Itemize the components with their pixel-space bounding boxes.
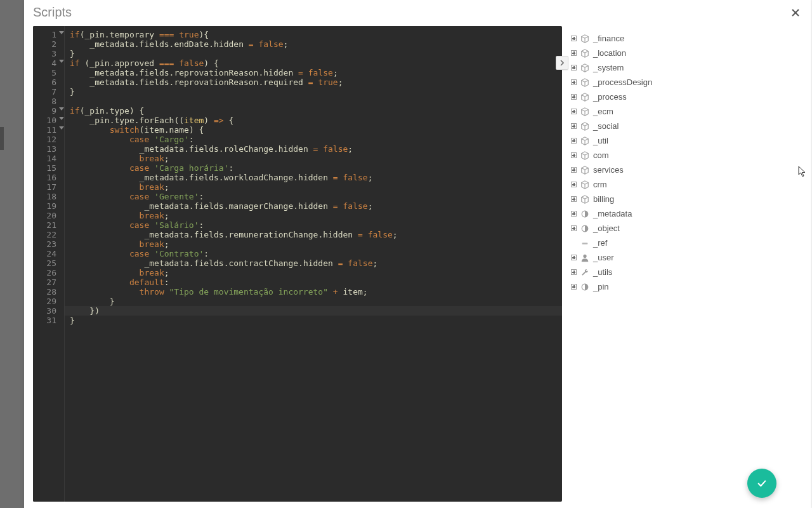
expand-icon[interactable] [571, 123, 577, 129]
expand-icon[interactable] [571, 167, 577, 173]
line-number: 31 [33, 316, 59, 325]
expand-icon[interactable] [571, 269, 577, 275]
code-line[interactable]: case 'Contrato': [69, 249, 562, 258]
code-line[interactable]: _metadata.fields.reprovationReason.requi… [69, 77, 562, 87]
line-number: 2 [33, 39, 59, 49]
fold-icon[interactable] [59, 107, 64, 110]
code-line[interactable]: _metadata.fields.workloadChange.hidden =… [69, 173, 562, 182]
tree-node[interactable]: _ref [571, 236, 797, 250]
tree-node[interactable]: com [571, 148, 797, 163]
tree-node[interactable]: crm [571, 177, 797, 192]
tree-node[interactable]: _ecm [571, 104, 797, 119]
line-number: 23 [33, 239, 59, 249]
expand-icon[interactable] [571, 284, 577, 290]
line-number: 6 [33, 77, 59, 87]
confirm-button[interactable] [747, 469, 776, 498]
code-line[interactable]: break; [69, 239, 562, 249]
code-line[interactable]: if(_pin.type) { [69, 106, 562, 116]
scripts-panel: Scripts 12345678910111213141516171819202… [24, 0, 811, 508]
code-line[interactable]: break; [69, 211, 562, 220]
code-line[interactable]: } [69, 316, 562, 325]
expand-icon[interactable] [571, 109, 577, 114]
code-line[interactable]: _metadata.fields.managerChange.hidden = … [69, 201, 562, 211]
code-line[interactable]: throw "Tipo de movimentação incorreto" +… [69, 287, 562, 297]
tree-node[interactable]: _metadata [571, 206, 797, 221]
expand-icon[interactable] [571, 211, 577, 217]
line-number: 8 [33, 97, 59, 106]
cube-icon [580, 93, 589, 102]
line-number: 15 [33, 163, 59, 173]
expand-icon[interactable] [571, 182, 577, 187]
code-line[interactable]: case 'Salário': [69, 220, 562, 230]
expand-icon[interactable] [571, 152, 577, 158]
tree-node[interactable]: _location [571, 46, 797, 60]
fold-icon[interactable] [59, 126, 64, 130]
code-line[interactable]: break; [69, 268, 562, 277]
code-line[interactable]: } [69, 297, 562, 306]
variables-tree[interactable]: _finance_location_system_processDesign_p… [562, 26, 802, 502]
line-number: 1 [33, 30, 59, 39]
svg-point-3 [583, 254, 586, 257]
tree-node[interactable]: _social [571, 119, 797, 133]
expand-icon[interactable] [571, 36, 577, 41]
line-number: 3 [33, 49, 59, 58]
cube-icon [580, 64, 589, 72]
tree-node[interactable]: _pin [571, 279, 797, 294]
code-line[interactable]: _metadata.fields.roleChange.hidden = fal… [69, 144, 562, 154]
fold-icon[interactable] [59, 117, 64, 120]
tree-node[interactable]: services [571, 163, 797, 177]
code-line[interactable]: break; [69, 182, 562, 192]
code-line[interactable] [69, 97, 562, 106]
code-line[interactable]: break; [69, 154, 562, 163]
cube-icon [580, 122, 589, 131]
expand-icon[interactable] [571, 196, 577, 202]
code-line[interactable]: if(_pin.temporary === true){ [69, 30, 562, 39]
tree-node-label: _object [593, 224, 620, 233]
code-line[interactable]: case 'Carga horária': [69, 163, 562, 173]
tree-node[interactable]: _finance [571, 31, 797, 46]
line-number: 14 [33, 154, 59, 163]
code-editor[interactable]: 1234567891011121314151617181920212223242… [33, 26, 562, 502]
expand-icon[interactable] [571, 138, 577, 144]
tree-node[interactable]: _user [571, 250, 797, 265]
tree-node-label: services [593, 165, 624, 175]
tree-node[interactable]: _system [571, 60, 797, 75]
code-line[interactable]: }) [69, 306, 562, 316]
code-line[interactable]: } [69, 87, 562, 97]
tree-node-label: _user [593, 253, 614, 262]
code-line[interactable]: _metadata.fields.remunerationChange.hidd… [69, 230, 562, 239]
expand-icon[interactable] [571, 225, 577, 231]
expand-icon[interactable] [571, 94, 577, 100]
expand-icon[interactable] [571, 65, 577, 70]
panel-title: Scripts [33, 5, 72, 20]
expand-icon[interactable] [571, 255, 577, 260]
code-line[interactable]: _pin.type.forEach((item) => { [69, 116, 562, 125]
line-number: 27 [33, 277, 59, 287]
fold-icon[interactable] [59, 60, 64, 63]
expand-icon[interactable] [571, 79, 577, 85]
tree-node[interactable]: _process [571, 90, 797, 104]
tree-node[interactable]: billing [571, 192, 797, 206]
code-line[interactable]: switch(item.name) { [69, 125, 562, 135]
code-line[interactable]: if (_pin.approved === false) { [69, 58, 562, 68]
code-line[interactable]: } [69, 49, 562, 58]
tree-node-label: com [593, 150, 609, 160]
expand-icon[interactable] [571, 50, 577, 56]
tree-node-label: _location [593, 48, 626, 58]
tree-node[interactable]: _utils [571, 265, 797, 279]
code-line[interactable]: _metadata.fields.reprovationReason.hidde… [69, 68, 562, 77]
tree-node[interactable]: _util [571, 133, 797, 148]
code-line[interactable]: case 'Gerente': [69, 192, 562, 201]
collapse-tree-button[interactable] [556, 56, 568, 70]
code-line[interactable]: _metadata.fields.endDate.hidden = false; [69, 39, 562, 49]
tree-node[interactable]: _processDesign [571, 75, 797, 90]
tree-node-label: _utils [593, 267, 612, 277]
tree-node[interactable]: _object [571, 221, 797, 236]
code-line[interactable]: case 'Cargo': [69, 135, 562, 144]
close-icon[interactable] [789, 6, 802, 19]
fold-icon[interactable] [59, 31, 64, 34]
editor-code-area[interactable]: if(_pin.temporary === true){ _metadata.f… [65, 26, 562, 502]
line-number: 5 [33, 68, 59, 77]
code-line[interactable]: default: [69, 277, 562, 287]
code-line[interactable]: _metadata.fields.contractChange.hidden =… [69, 258, 562, 268]
